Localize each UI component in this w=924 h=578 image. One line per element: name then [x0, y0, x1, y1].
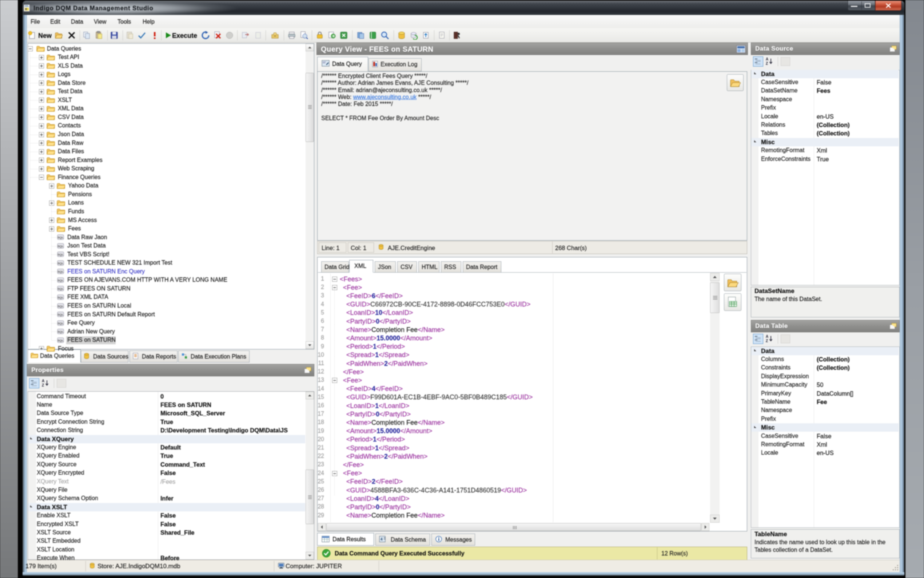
svg-text:SQL: SQL [57, 236, 64, 239]
svg-text:SQL: SQL [57, 253, 64, 256]
svg-text:SQL: SQL [57, 322, 64, 325]
svg-text:SQL: SQL [57, 330, 64, 333]
svg-text:SQL: SQL [57, 270, 64, 273]
svg-text:4: 4 [380, 537, 383, 541]
svg-text:A: A [766, 334, 768, 338]
svg-text:Z: Z [766, 62, 768, 65]
svg-text:SQL: SQL [57, 279, 64, 282]
svg-text:SQL: SQL [57, 245, 64, 248]
svg-text:SQL: SQL [57, 296, 64, 299]
svg-text:SQL: SQL [57, 287, 64, 291]
svg-text:Z: Z [42, 383, 44, 387]
svg-text:SQL: SQL [57, 305, 64, 308]
svg-text:SQL: SQL [57, 339, 64, 342]
svg-text:A: A [42, 379, 44, 383]
svg-text:A: A [766, 57, 768, 61]
svg-text:SQL: SQL [57, 313, 64, 316]
svg-text:Z: Z [766, 339, 768, 343]
svg-text:SQL: SQL [57, 262, 64, 265]
